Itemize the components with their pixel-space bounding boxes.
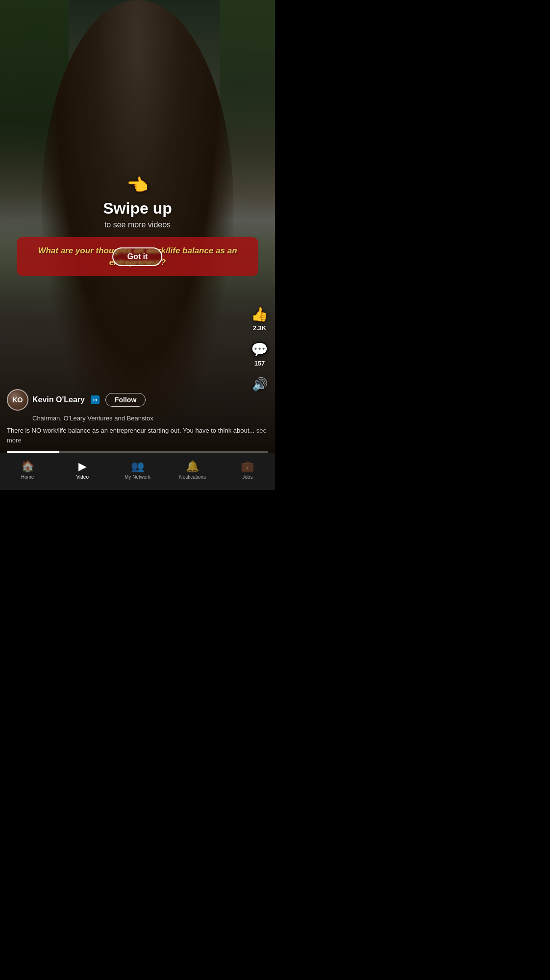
- author-title: Chairman, O'Leary Ventures and Beanstox: [32, 415, 268, 422]
- avatar-initials: KO: [13, 396, 23, 404]
- comment-action[interactable]: 💬 157: [251, 342, 268, 367]
- like-action[interactable]: 👍 2.3K: [251, 306, 268, 332]
- video-icon: ▶: [78, 460, 87, 473]
- my-network-icon: 👥: [131, 460, 144, 473]
- follow-button[interactable]: Follow: [105, 393, 146, 407]
- got-it-button[interactable]: Got it: [113, 247, 163, 266]
- question-banner: What are your thoughts on work/life bala…: [17, 237, 259, 276]
- bottom-nav: 🏠 Home ▶ Video 👥 My Network 🔔 Notificati…: [0, 453, 275, 490]
- avatar[interactable]: KO: [7, 389, 28, 411]
- home-icon: 🏠: [21, 460, 34, 473]
- nav-item-notifications[interactable]: 🔔 Notifications: [178, 460, 207, 480]
- nav-item-my-network[interactable]: 👥 My Network: [123, 460, 152, 480]
- nav-item-jobs[interactable]: 💼 Jobs: [233, 460, 262, 480]
- video-label: Video: [76, 474, 89, 480]
- author-name: Kevin O'Leary: [32, 395, 85, 404]
- description-text: There is NO work/life balance as an entr…: [7, 426, 268, 445]
- swipe-hand-icon: 👈: [126, 175, 149, 196]
- author-row: KO Kevin O'Leary in Follow: [7, 389, 268, 411]
- jobs-icon: 💼: [241, 460, 254, 473]
- home-label: Home: [21, 474, 34, 480]
- notifications-icon: 🔔: [186, 460, 199, 473]
- swipe-subtitle: to see more videos: [104, 220, 171, 229]
- like-count: 2.3K: [253, 324, 266, 332]
- comment-count: 157: [254, 360, 265, 367]
- jobs-label: Jobs: [242, 474, 252, 480]
- linkedin-badge: in: [91, 395, 100, 404]
- comment-icon: 💬: [251, 342, 268, 358]
- notifications-label: Notifications: [179, 474, 205, 480]
- like-icon: 👍: [251, 306, 268, 322]
- nav-item-video[interactable]: ▶ Video: [68, 460, 97, 480]
- swipe-title: Swipe up: [103, 199, 172, 218]
- right-actions: 👍 2.3K 💬 157 🔊: [251, 306, 268, 392]
- bottom-content: KO Kevin O'Leary in Follow Chairman, O'L…: [0, 389, 275, 451]
- nav-item-home[interactable]: 🏠 Home: [13, 460, 42, 480]
- my-network-label: My Network: [125, 474, 150, 480]
